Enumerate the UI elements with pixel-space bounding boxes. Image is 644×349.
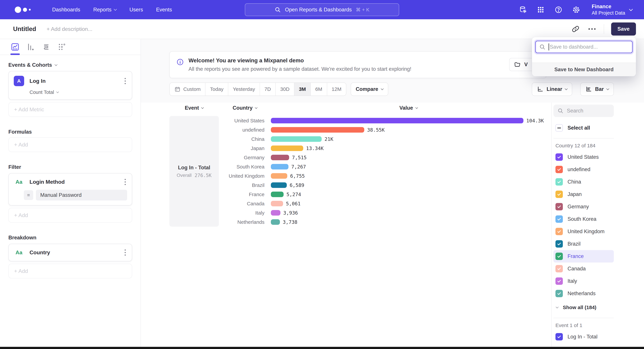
add-description-field[interactable]: + Add description... — [46, 26, 92, 32]
nav-item-events[interactable]: Events — [156, 7, 172, 13]
mixpanel-logo-icon[interactable] — [15, 6, 31, 13]
bar[interactable] — [271, 210, 280, 216]
tab-insights[interactable] — [10, 42, 20, 52]
scale-selector-button[interactable]: Linear — [532, 82, 572, 96]
column-header-value[interactable]: Value — [271, 105, 546, 111]
legend-country-united-kingdom[interactable]: United Kingdom — [554, 225, 614, 238]
checked-checkbox[interactable] — [556, 178, 563, 186]
chevron-down-icon — [606, 87, 609, 90]
show-all-button[interactable]: Show all (184) — [554, 301, 614, 314]
date-range-yesterday[interactable]: Yesterday — [228, 83, 260, 95]
date-range-30d[interactable]: 30D — [276, 83, 294, 95]
date-range-12m[interactable]: 12M — [327, 83, 346, 95]
breakdown-card-country[interactable]: Aa Country — [8, 244, 132, 261]
global-search-button[interactable]: Open Reports & Dashboards ⌘ + K — [245, 3, 399, 16]
nav-item-reports[interactable]: Reports — [93, 7, 116, 13]
filter-value-input[interactable]: Manual Password — [36, 190, 127, 201]
events-cohorts-header[interactable]: Events & Cohorts — [8, 62, 132, 68]
help-icon[interactable] — [554, 5, 563, 14]
checked-checkbox[interactable] — [556, 290, 563, 297]
bar[interactable] — [271, 155, 289, 160]
filter-card-login-method[interactable]: Aa Login Method = Manual Password — [8, 173, 132, 206]
add-metric-button[interactable]: + Add Metric — [8, 102, 132, 117]
checked-checkbox[interactable] — [556, 203, 563, 210]
tab-retention[interactable] — [57, 42, 66, 52]
data-management-icon[interactable] — [518, 5, 527, 14]
legend-country-united-states[interactable]: United States — [554, 151, 614, 163]
save-button[interactable]: Save — [611, 22, 636, 35]
string-property-icon: Aa — [14, 179, 24, 185]
bar[interactable] — [271, 164, 288, 169]
checked-checkbox[interactable] — [556, 153, 563, 161]
date-range-7d[interactable]: 7D — [260, 83, 276, 95]
copy-link-icon[interactable] — [571, 24, 580, 34]
bar[interactable] — [271, 201, 283, 206]
checked-checkbox[interactable] — [556, 333, 563, 341]
add-breakdown-button[interactable]: + Add — [8, 264, 132, 279]
column-header-event[interactable]: Event — [170, 105, 219, 111]
legend-country-japan[interactable]: Japan — [554, 188, 614, 201]
bar[interactable] — [271, 118, 524, 123]
bar[interactable] — [271, 173, 287, 179]
apps-grid-icon[interactable] — [536, 5, 545, 14]
kebab-menu-icon[interactable] — [124, 178, 127, 186]
event-total-cell[interactable]: Log In - Total Overall 276.5K — [170, 116, 219, 227]
compare-button[interactable]: Compare — [351, 82, 388, 96]
checked-checkbox[interactable] — [556, 253, 563, 260]
add-formula-button[interactable]: + Add — [8, 137, 132, 152]
legend-event-item[interactable]: Log In - Total — [554, 331, 614, 343]
more-options-icon[interactable] — [587, 24, 597, 34]
chart-type-button[interactable]: Bar — [580, 82, 614, 96]
legend-country-canada[interactable]: Canada — [554, 263, 614, 275]
legend-country-china[interactable]: China — [554, 176, 614, 188]
filter-operator[interactable]: = — [24, 190, 33, 200]
legend-country-undefined[interactable]: undefined — [554, 163, 614, 176]
checked-checkbox[interactable] — [556, 191, 563, 198]
checked-checkbox[interactable] — [556, 166, 563, 173]
checked-checkbox[interactable] — [556, 228, 563, 235]
checked-checkbox[interactable] — [556, 240, 563, 248]
date-range-today[interactable]: Today — [205, 83, 228, 95]
project-switcher[interactable]: Finance All Project Data — [592, 3, 632, 16]
bar-category-label: France — [219, 192, 271, 197]
nav-links: Dashboards Reports Users Events — [52, 7, 172, 13]
aggregation-selector[interactable]: Count Total — [30, 89, 132, 95]
date-range-custom[interactable]: Custom — [170, 83, 205, 95]
legend-country-brazil[interactable]: Brazil — [554, 238, 614, 250]
nav-item-dashboards[interactable]: Dashboards — [52, 7, 80, 13]
date-range-3m[interactable]: 3M — [294, 83, 310, 95]
checked-checkbox[interactable] — [556, 265, 563, 272]
report-title[interactable]: Untitled — [13, 25, 36, 32]
tab-funnels[interactable] — [26, 42, 36, 52]
chevron-down-icon — [415, 106, 418, 109]
bar-category-label: United States — [219, 118, 271, 124]
checked-checkbox[interactable] — [556, 277, 563, 285]
legend-search-input[interactable]: Search — [554, 105, 614, 117]
checked-checkbox[interactable] — [556, 215, 563, 223]
nav-item-users[interactable]: Users — [130, 7, 143, 13]
settings-gear-icon[interactable] — [572, 5, 580, 14]
bar[interactable] — [271, 219, 280, 225]
legend-country-germany[interactable]: Germany — [554, 201, 614, 213]
tab-flows[interactable] — [42, 42, 51, 52]
bar[interactable] — [271, 182, 287, 188]
legend-country-france[interactable]: France — [554, 250, 614, 263]
bar[interactable] — [271, 136, 322, 142]
indeterminate-checkbox[interactable] — [556, 124, 563, 132]
save-to-dashboard-input[interactable]: Save to dashboard... — [535, 41, 632, 53]
column-header-country[interactable]: Country — [219, 105, 271, 111]
save-to-new-dashboard-button[interactable]: Save to New Dashboard — [532, 62, 636, 76]
legend-country-italy[interactable]: Italy — [554, 275, 614, 287]
date-range-6m[interactable]: 6M — [310, 83, 327, 95]
legend-country-south-korea[interactable]: South Korea — [554, 213, 614, 225]
legend-country-netherlands[interactable]: Netherlands — [554, 287, 614, 300]
bar-value-label: 6,755 — [290, 173, 305, 179]
bar[interactable] — [271, 192, 284, 197]
bar[interactable] — [271, 127, 364, 133]
kebab-menu-icon[interactable] — [124, 248, 127, 257]
select-all-checkbox-row[interactable]: Select all — [554, 122, 614, 134]
kebab-menu-icon[interactable] — [124, 77, 127, 85]
bar[interactable] — [271, 145, 303, 151]
metric-card-log-in[interactable]: A Log In Count Total — [8, 71, 132, 100]
add-filter-button[interactable]: + Add — [8, 208, 132, 223]
